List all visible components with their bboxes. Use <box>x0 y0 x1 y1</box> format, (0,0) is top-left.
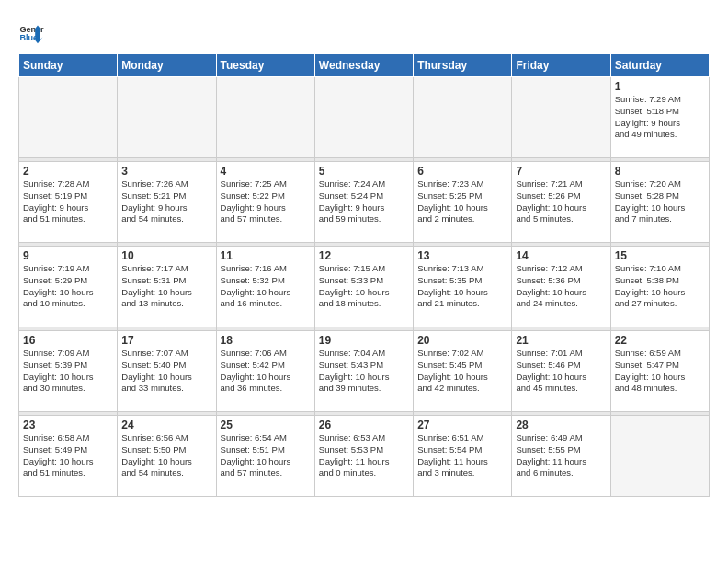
logo: General Blue <box>18 20 46 46</box>
header: General Blue <box>18 17 710 46</box>
calendar-cell: 24Sunrise: 6:56 AM Sunset: 5:50 PM Dayli… <box>118 416 216 497</box>
calendar-cell: 15Sunrise: 7:10 AM Sunset: 5:38 PM Dayli… <box>610 247 709 327</box>
svg-text:Blue: Blue <box>19 33 38 42</box>
day-number: 6 <box>417 165 507 178</box>
week-row-0: 1Sunrise: 7:29 AM Sunset: 5:18 PM Daylig… <box>19 77 710 158</box>
weekday-header-tuesday: Tuesday <box>216 54 314 77</box>
day-info: Sunrise: 7:13 AM Sunset: 5:35 PM Dayligh… <box>417 263 507 310</box>
day-info: Sunrise: 7:07 AM Sunset: 5:40 PM Dayligh… <box>121 348 211 395</box>
day-number: 24 <box>121 419 211 431</box>
calendar-cell: 17Sunrise: 7:07 AM Sunset: 5:40 PM Dayli… <box>118 331 216 412</box>
day-number: 15 <box>615 249 705 262</box>
day-info: Sunrise: 6:51 AM Sunset: 5:54 PM Dayligh… <box>417 432 507 479</box>
weekday-header-friday: Friday <box>512 54 610 77</box>
week-row-3: 16Sunrise: 7:09 AM Sunset: 5:39 PM Dayli… <box>19 331 710 412</box>
calendar-cell: 19Sunrise: 7:04 AM Sunset: 5:43 PM Dayli… <box>314 331 413 412</box>
day-info: Sunrise: 7:26 AM Sunset: 5:21 PM Dayligh… <box>121 178 211 225</box>
calendar-cell: 4Sunrise: 7:25 AM Sunset: 5:22 PM Daylig… <box>216 162 314 243</box>
calendar-cell <box>512 77 610 158</box>
calendar-cell: 5Sunrise: 7:24 AM Sunset: 5:24 PM Daylig… <box>314 162 413 243</box>
calendar-cell: 21Sunrise: 7:01 AM Sunset: 5:46 PM Dayli… <box>512 331 610 412</box>
day-info: Sunrise: 6:53 AM Sunset: 5:53 PM Dayligh… <box>319 432 409 479</box>
week-row-2: 9Sunrise: 7:19 AM Sunset: 5:29 PM Daylig… <box>19 247 710 327</box>
page: General Blue SundayMondayTuesdayWednesda… <box>0 0 728 563</box>
calendar-cell <box>610 416 709 497</box>
day-number: 5 <box>319 165 409 178</box>
calendar-cell: 12Sunrise: 7:15 AM Sunset: 5:33 PM Dayli… <box>314 247 413 327</box>
logo-icon: General Blue <box>18 20 44 46</box>
day-number: 4 <box>221 165 311 178</box>
calendar-cell: 9Sunrise: 7:19 AM Sunset: 5:29 PM Daylig… <box>19 247 118 327</box>
day-number: 13 <box>417 249 507 262</box>
day-info: Sunrise: 7:12 AM Sunset: 5:36 PM Dayligh… <box>516 263 606 310</box>
calendar-cell: 14Sunrise: 7:12 AM Sunset: 5:36 PM Dayli… <box>512 247 610 327</box>
day-info: Sunrise: 7:10 AM Sunset: 5:38 PM Dayligh… <box>615 263 705 310</box>
day-info: Sunrise: 6:58 AM Sunset: 5:49 PM Dayligh… <box>23 432 113 479</box>
day-info: Sunrise: 7:19 AM Sunset: 5:29 PM Dayligh… <box>23 263 113 310</box>
day-number: 17 <box>121 334 211 347</box>
day-number: 16 <box>23 334 113 347</box>
day-number: 2 <box>23 165 113 178</box>
weekday-header-row: SundayMondayTuesdayWednesdayThursdayFrid… <box>19 54 710 77</box>
day-number: 23 <box>23 419 113 431</box>
day-info: Sunrise: 7:09 AM Sunset: 5:39 PM Dayligh… <box>23 348 113 395</box>
day-info: Sunrise: 7:29 AM Sunset: 5:18 PM Dayligh… <box>615 94 705 141</box>
calendar-cell: 7Sunrise: 7:21 AM Sunset: 5:26 PM Daylig… <box>512 162 610 243</box>
calendar-cell: 13Sunrise: 7:13 AM Sunset: 5:35 PM Dayli… <box>414 247 512 327</box>
day-info: Sunrise: 7:21 AM Sunset: 5:26 PM Dayligh… <box>516 178 606 225</box>
day-info: Sunrise: 7:15 AM Sunset: 5:33 PM Dayligh… <box>319 263 409 310</box>
day-number: 21 <box>516 334 606 347</box>
day-info: Sunrise: 6:59 AM Sunset: 5:47 PM Dayligh… <box>615 348 705 395</box>
calendar-cell: 28Sunrise: 6:49 AM Sunset: 5:55 PM Dayli… <box>512 416 610 497</box>
weekday-header-saturday: Saturday <box>610 54 709 77</box>
calendar-cell: 1Sunrise: 7:29 AM Sunset: 5:18 PM Daylig… <box>610 77 709 158</box>
day-number: 11 <box>221 249 311 262</box>
calendar-cell: 22Sunrise: 6:59 AM Sunset: 5:47 PM Dayli… <box>610 331 709 412</box>
day-number: 10 <box>121 249 211 262</box>
day-number: 26 <box>319 419 409 431</box>
calendar-cell: 27Sunrise: 6:51 AM Sunset: 5:54 PM Dayli… <box>414 416 512 497</box>
day-info: Sunrise: 7:06 AM Sunset: 5:42 PM Dayligh… <box>221 348 311 395</box>
calendar-cell: 11Sunrise: 7:16 AM Sunset: 5:32 PM Dayli… <box>216 247 314 327</box>
day-info: Sunrise: 7:02 AM Sunset: 5:45 PM Dayligh… <box>417 348 507 395</box>
day-number: 20 <box>417 334 507 347</box>
weekday-header-wednesday: Wednesday <box>314 54 413 77</box>
calendar-cell: 16Sunrise: 7:09 AM Sunset: 5:39 PM Dayli… <box>19 331 118 412</box>
calendar-cell <box>414 77 512 158</box>
day-info: Sunrise: 7:20 AM Sunset: 5:28 PM Dayligh… <box>615 178 705 225</box>
calendar-cell: 25Sunrise: 6:54 AM Sunset: 5:51 PM Dayli… <box>216 416 314 497</box>
day-number: 9 <box>23 249 113 262</box>
day-number: 3 <box>121 165 211 178</box>
day-info: Sunrise: 7:23 AM Sunset: 5:25 PM Dayligh… <box>417 178 507 225</box>
calendar-cell: 6Sunrise: 7:23 AM Sunset: 5:25 PM Daylig… <box>414 162 512 243</box>
calendar-cell <box>216 77 314 158</box>
calendar-cell: 2Sunrise: 7:28 AM Sunset: 5:19 PM Daylig… <box>19 162 118 243</box>
day-info: Sunrise: 7:24 AM Sunset: 5:24 PM Dayligh… <box>319 178 409 225</box>
calendar-cell: 10Sunrise: 7:17 AM Sunset: 5:31 PM Dayli… <box>118 247 216 327</box>
day-info: Sunrise: 6:49 AM Sunset: 5:55 PM Dayligh… <box>516 432 606 479</box>
day-number: 28 <box>516 419 606 431</box>
day-info: Sunrise: 7:16 AM Sunset: 5:32 PM Dayligh… <box>221 263 311 310</box>
calendar-cell <box>118 77 216 158</box>
day-number: 14 <box>516 249 606 262</box>
calendar-cell: 3Sunrise: 7:26 AM Sunset: 5:21 PM Daylig… <box>118 162 216 243</box>
day-number: 19 <box>319 334 409 347</box>
calendar-cell <box>19 77 118 158</box>
day-number: 27 <box>417 419 507 431</box>
weekday-header-thursday: Thursday <box>414 54 512 77</box>
weekday-header-monday: Monday <box>118 54 216 77</box>
calendar-cell: 8Sunrise: 7:20 AM Sunset: 5:28 PM Daylig… <box>610 162 709 243</box>
day-number: 22 <box>615 334 705 347</box>
day-info: Sunrise: 6:54 AM Sunset: 5:51 PM Dayligh… <box>221 432 311 479</box>
day-info: Sunrise: 7:17 AM Sunset: 5:31 PM Dayligh… <box>121 263 211 310</box>
calendar-cell: 18Sunrise: 7:06 AM Sunset: 5:42 PM Dayli… <box>216 331 314 412</box>
day-number: 12 <box>319 249 409 262</box>
calendar: SundayMondayTuesdayWednesdayThursdayFrid… <box>18 53 710 497</box>
day-info: Sunrise: 7:04 AM Sunset: 5:43 PM Dayligh… <box>319 348 409 395</box>
day-info: Sunrise: 7:28 AM Sunset: 5:19 PM Dayligh… <box>23 178 113 225</box>
calendar-cell: 20Sunrise: 7:02 AM Sunset: 5:45 PM Dayli… <box>414 331 512 412</box>
day-number: 7 <box>516 165 606 178</box>
calendar-cell: 23Sunrise: 6:58 AM Sunset: 5:49 PM Dayli… <box>19 416 118 497</box>
calendar-cell <box>314 77 413 158</box>
day-info: Sunrise: 6:56 AM Sunset: 5:50 PM Dayligh… <box>121 432 211 479</box>
